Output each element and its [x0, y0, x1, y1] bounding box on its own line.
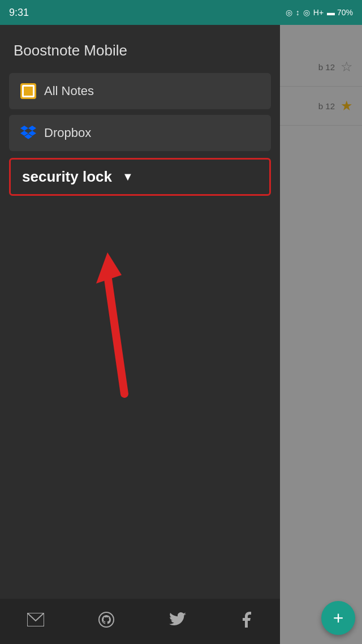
security-lock-arrow-icon: ▼: [122, 170, 133, 183]
network-type-icon: H+: [313, 8, 324, 17]
signal-icon: ◎: [286, 8, 292, 17]
app-title: Boostnote Mobile: [14, 42, 127, 59]
mail-nav-item[interactable]: [27, 612, 44, 630]
all-notes-label: All Notes: [44, 84, 94, 98]
drawer-overlay: [280, 25, 362, 644]
dropbox-label: Dropbox: [44, 126, 91, 140]
bottom-nav: [0, 599, 280, 644]
all-notes-icon: [20, 83, 36, 99]
wifi-icon: ◎: [303, 8, 310, 17]
sidebar-header: Boostnote Mobile: [0, 25, 280, 73]
twitter-nav-item[interactable]: [169, 612, 186, 630]
right-panel: b 12 ☆ b 12 ★ +: [280, 25, 362, 644]
security-lock-label: security lock: [22, 168, 112, 186]
annotation-arrow: [90, 241, 158, 400]
status-icons: ◎ ↕ ◎ H+ ▬ 70%: [286, 8, 353, 17]
svg-marker-0: [20, 126, 28, 131]
status-time: 9:31: [9, 7, 29, 19]
sidebar-item-all-notes[interactable]: All Notes: [9, 73, 271, 109]
main-layout: Boostnote Mobile All Notes: [0, 25, 362, 644]
fab-add-button[interactable]: +: [321, 601, 355, 635]
svg-line-5: [107, 275, 124, 394]
sidebar-drawer: Boostnote Mobile All Notes: [0, 25, 280, 644]
fab-plus-icon: +: [333, 608, 344, 629]
security-lock-item[interactable]: security lock ▼: [9, 158, 271, 196]
annotation-area: [0, 196, 280, 644]
svg-marker-6: [96, 252, 122, 284]
sidebar-nav: All Notes Dropbox: [0, 73, 280, 151]
sidebar-item-dropbox[interactable]: Dropbox: [9, 115, 271, 151]
github-nav-item[interactable]: [98, 612, 114, 632]
status-bar: 9:31 ◎ ↕ ◎ H+ ▬ 70%: [0, 0, 362, 25]
facebook-nav-item[interactable]: [240, 612, 253, 632]
svg-marker-1: [28, 126, 36, 131]
network-icon: ↕: [296, 8, 300, 17]
battery-icon: ▬ 70%: [327, 8, 353, 17]
dropbox-icon: [20, 125, 36, 141]
svg-point-8: [99, 612, 114, 627]
